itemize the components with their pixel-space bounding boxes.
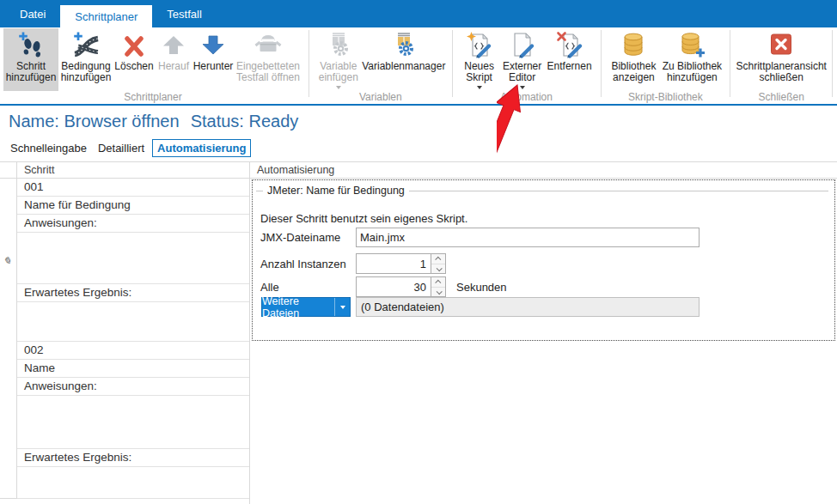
ribbon-separator [452,30,453,97]
ribbon-button-label: Neues Skript [459,61,500,83]
interval-spinner [356,276,446,297]
menu-tab-datei[interactable]: Datei [5,0,60,27]
ribbon-button-label: Bedingung hinzufügen [58,61,113,83]
groupbox-legend: JMeter: Name für Bedingung [256,185,828,197]
bedingung-hinzufuegen-button[interactable]: Bedingung hinzufügen [58,28,113,91]
schritt-hinzufuegen-button[interactable]: Schritt hinzufügen [3,28,58,91]
herauf-button: Herauf [155,28,192,91]
step-row-expected-value[interactable] [17,467,249,499]
ribbon-button-label: Herauf [158,61,189,72]
weitere-dateien-button[interactable]: Weitere Dateien [261,297,351,317]
interval-label: Alle [260,281,279,294]
tab-schnelleingabe[interactable]: Schnelleingabe [7,140,90,156]
ribbon-group-label: Skript-Bibliothek [607,91,724,104]
ribbon-group-variablen: Variable einfügen Variablenmanager Vari [314,27,448,104]
ribbon-button-label: Bibliothek anzeigen [607,61,660,83]
tab-automatisierung[interactable]: Automatisierung [152,139,251,157]
interval-suffix-label: Sekunden [456,281,507,294]
schrittplaneransicht-schliessen-button[interactable]: Schrittplaneransicht schließen [736,28,826,91]
row-edit-pencil-icon: ✎ [2,255,13,267]
automation-detail-panel: JMeter: Name für Bedingung Dieser Schrit… [252,179,835,341]
ribbon-button-label: Zu Bibliothek hinzufügen [660,61,724,83]
steps-grid: Schritt 001 Name für Bedingung Anweisung… [17,162,249,499]
step-row-expected-label[interactable]: Erwartetes Ergebnis: [17,284,249,302]
app-window: Datei Schrittplaner Testfall [0,0,837,504]
externer-editor-button[interactable]: Externer Editor [500,28,545,91]
ribbon-button-label: Eingebetteten Testfall öffnen [234,61,302,83]
tab-detailliert[interactable]: Detailliert [95,140,148,156]
legend-line [409,191,828,191]
chevron-down-icon [436,288,442,295]
gutter-header-cell [0,162,16,179]
ribbon: Schritt hinzufügen Bedingung hinzufügen [0,27,837,106]
zu-bibliothek-hinzufuegen-button[interactable]: Zu Bibliothek hinzufügen [660,28,724,91]
dropdown-arrow-icon [477,86,482,89]
step-row-name[interactable]: Name für Bedingung [17,197,249,215]
package-gear-icon [390,31,418,58]
variable-einfuegen-button: Variable einfügen [315,28,362,91]
ribbon-separator [601,30,602,97]
bibliothek-anzeigen-button[interactable]: Bibliothek anzeigen [607,28,660,91]
step-row-instructions-label[interactable]: Anweisungen: [17,378,249,396]
ribbon-button-label: Löschen [114,61,153,72]
spinner-down-button[interactable] [431,287,445,296]
step-row-instructions-value[interactable] [17,233,249,284]
delete-x-icon [120,31,148,58]
spinner-up-button[interactable] [431,254,445,264]
step-row-expected-label[interactable]: Erwartetes Ergebnis: [17,449,249,467]
steps-column-header: Schritt [17,162,249,179]
ribbon-button-label: Externer Editor [500,61,545,83]
entfernen-button[interactable]: Entfernen [545,28,595,91]
jmx-filename-label: JMX-Dateiname [260,231,340,244]
variablenmanager-button[interactable]: Variablenmanager [362,28,446,91]
spinner-down-button[interactable] [431,264,445,273]
dropdown-arrow-icon [336,86,341,89]
interval-input[interactable] [356,276,431,297]
close-view-icon [767,31,795,58]
chevron-up-icon [435,257,441,263]
ribbon-group-automation: Neues Skript Externer Editor [457,27,596,104]
ribbon-separator [309,30,309,97]
chevron-up-icon [435,280,441,286]
step-row-number[interactable]: 002 [17,342,249,360]
automation-column-header: Automatisierung [250,162,837,179]
step-row-instructions-label[interactable]: Anweisungen: [17,215,249,233]
instances-spinner [356,253,446,274]
ribbon-button-label: Herunter [193,61,234,72]
branch-add-icon [72,31,100,58]
instances-input[interactable] [356,253,431,274]
step-row-expected-value[interactable] [17,302,249,342]
jmx-filename-input[interactable] [356,228,700,247]
herunter-button[interactable]: Herunter [192,28,234,91]
menu-tab-schrittplaner[interactable]: Schrittplaner [60,5,152,27]
ribbon-group-label: Schließen [736,91,826,104]
neues-skript-button[interactable]: Neues Skript [459,28,500,91]
ribbon-group-schliessen: Schrittplaneransicht schließen Schließen [735,27,828,104]
ribbon-group-schrittplaner: Schritt hinzufügen Bedingung hinzufügen [2,27,304,104]
main-content: ✎ Schritt 001 Name für Bedingung Anweisu… [0,161,837,504]
step-row-name[interactable]: Name [17,360,249,378]
menu-tab-testfall[interactable]: Testfall [152,0,216,27]
ribbon-button-label: Schritt hinzufügen [3,61,58,83]
database-icon [620,31,647,58]
step-row-instructions-value[interactable] [17,396,249,449]
loeschen-button[interactable]: Löschen [113,28,155,91]
instances-label: Anzahl Instanzen [260,258,346,270]
spinner-up-button[interactable] [431,277,445,287]
step-row-number[interactable]: 001 [17,179,249,197]
arrow-down-icon [199,31,227,58]
ribbon-group-label: Variablen [315,91,446,104]
row-header-gutter: ✎ [0,162,17,499]
page-title: Name: Browser öffnenStatus: Ready [9,112,837,134]
open-box-icon [254,31,282,58]
script-new-icon [466,31,493,58]
database-add-icon [678,31,706,58]
weitere-dateien-dropdown[interactable] [334,298,350,316]
ribbon-button-label: Variable einfügen [315,61,362,83]
ribbon-separator [832,30,833,97]
groupbox-title: JMeter: Name für Bedingung [263,185,409,197]
legend-line [256,191,263,191]
menu-bar: Datei Schrittplaner Testfall [0,0,837,27]
dropdown-arrow-icon [520,86,525,89]
footprints-add-icon [17,31,45,58]
